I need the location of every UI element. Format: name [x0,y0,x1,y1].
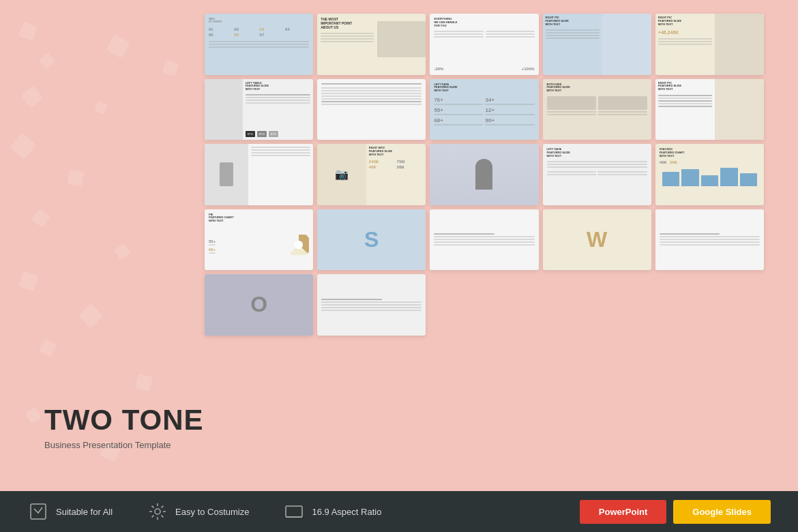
ratio-label: 16.9 Aspect Ratio [312,507,381,517]
slide-thumb-21[interactable]: O [205,274,313,336]
slide-thumb-18[interactable] [430,209,538,271]
slide-thumb-3[interactable]: EVERYTHINGWE CAN HANDLEFOR YOU -20% +100… [430,14,538,75]
customize-label: Easy to Costumize [175,507,249,517]
slide-thumb-8[interactable]: LEFT DATAFEATURED SLIDEWITH TEXT 76+ 34+… [430,79,538,141]
slide-thumb-2[interactable]: THE MOSTIMPORTANT POINTABOUT US [317,14,426,75]
branding-block: TWO TONE Business Presentation Template [44,404,204,450]
svg-rect-3 [31,504,46,519]
feature-customize: Easy to Costumize [147,501,249,522]
suitable-icon [27,501,49,522]
slide-thumb-9[interactable]: BOTH SIDEFEATURED SLIDEWITH TEXT [543,79,651,141]
slide-thumb-13[interactable] [430,144,538,205]
slide-thumb-17[interactable]: S [317,209,426,271]
google-slides-button[interactable]: Google Slides [673,500,771,524]
slide-thumb-15[interactable]: STACKEDFEATURED CHARTWITH TEXT 46K 38B [655,144,764,205]
slide-thumb-22[interactable] [317,274,426,336]
slide-thumb-10[interactable]: RIGHT PICFEATURED SLIDEWITH TEXT [655,79,764,141]
brand-subtitle: Business Presentation Template [44,440,204,450]
svg-point-2 [295,241,303,249]
feature-suitable: Suitable for All [27,501,113,522]
svg-rect-5 [286,506,302,517]
slide-thumb-11[interactable] [205,144,313,205]
suitable-label: Suitable for All [56,507,113,517]
slide-thumb-1[interactable]: TABLEOF CONTENT 01 02 03 04 05 06 07 [205,14,313,75]
powerpoint-button[interactable]: PowerPoint [580,500,667,524]
slide-thumb-4[interactable]: RIGHT PICFEATURED SLIDEWITH TEXT [543,14,651,75]
customize-icon [147,501,168,522]
cta-buttons: PowerPoint Google Slides [580,500,771,524]
svg-point-4 [155,509,160,514]
slide-thumb-16[interactable]: PIEFEATURED CHARTWITH TEXT 55+ 68+ [205,209,313,271]
slide-thumb-5[interactable]: RIGHT PICFEATURED SLIDEWITH TEXT +46,246… [655,14,764,75]
bottom-bar: Suitable for All Easy to Costumize 16.9 … [0,491,798,532]
brand-title: TWO TONE [44,404,204,436]
slide-thumb-20[interactable] [655,209,764,271]
slide-thumb-7[interactable] [317,79,426,141]
slide-thumb-12[interactable]: 📷 RIGHT INFOFEATURED SLIDEWITH TEXT 240B… [317,144,426,205]
feature-ratio: 16.9 Aspect Ratio [283,501,381,522]
slide-grid: TABLEOF CONTENT 01 02 03 04 05 06 07 THE… [205,14,764,336]
slide-thumb-6[interactable]: LEFT TABLEFEATURED SLIDEWITH TEXT BTN BT… [205,79,313,141]
slide-thumb-19[interactable]: W [543,209,651,271]
ratio-icon [283,501,305,522]
slide-thumb-14[interactable]: LEFT DATAFEATURED SLIDEWITH TEXT [543,144,651,205]
